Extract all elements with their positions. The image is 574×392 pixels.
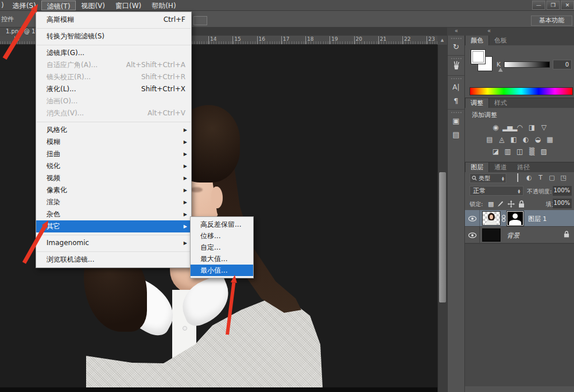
- invert-icon[interactable]: ◪: [491, 147, 501, 157]
- vertical-scrollbar[interactable]: [437, 45, 447, 392]
- lock-position-move-icon[interactable]: [507, 200, 515, 208]
- dock-divider: [448, 55, 464, 56]
- tab-adjustments[interactable]: 调整: [465, 98, 489, 108]
- workspace-switcher-button[interactable]: 基本功能: [531, 15, 572, 26]
- tab-styles[interactable]: 样式: [489, 98, 512, 108]
- channel-mixer-icon[interactable]: ◒: [533, 135, 542, 145]
- mask-link-icon[interactable]: [502, 215, 506, 222]
- selective-color-icon[interactable]: ▨: [539, 147, 549, 157]
- threshold-icon[interactable]: ◫: [515, 147, 525, 157]
- layer-thumbnail[interactable]: [483, 229, 500, 241]
- foreground-color-swatch[interactable]: [471, 49, 486, 64]
- filter-pixel-layers-icon[interactable]: [513, 173, 522, 183]
- levels-icon[interactable]: ▂▅▂: [503, 123, 513, 133]
- layer-name[interactable]: 图层 1: [528, 215, 547, 223]
- menubar-item-filter[interactable]: 滤镜(T): [41, 1, 76, 10]
- fill-value[interactable]: 100%: [553, 199, 572, 208]
- tab-channels[interactable]: 通道: [489, 162, 512, 172]
- other-submenu-item-offset[interactable]: 位移...: [191, 230, 253, 242]
- filter-menu-item-pixelate[interactable]: 像素化▶: [36, 184, 191, 196]
- k-channel-value[interactable]: 0: [553, 60, 572, 69]
- menubar-item-window[interactable]: 窗口(W): [110, 1, 146, 10]
- collapse-dock-icon[interactable]: «: [455, 28, 458, 34]
- filter-menu-item-noise[interactable]: 杂色▶: [36, 208, 191, 220]
- other-submenu-item-custom[interactable]: 自定...: [191, 242, 253, 253]
- menubar-item-select[interactable]: 选择(S): [7, 1, 41, 10]
- gradient-map-icon[interactable]: ▒: [527, 147, 537, 157]
- filter-menu-item-browse-filters-online[interactable]: 浏览联机滤镜...: [36, 254, 191, 266]
- tab-paths[interactable]: 路径: [512, 162, 535, 172]
- scrollbar-thumb[interactable]: [439, 172, 446, 302]
- blend-mode-dropdown[interactable]: 正常 ▲▼: [470, 186, 523, 196]
- slider-thumb-icon[interactable]: [498, 68, 503, 72]
- other-submenu-item-high-pass[interactable]: 高反差保留...: [191, 219, 253, 230]
- layer-comps-panel-icon[interactable]: ▣: [449, 115, 463, 127]
- filter-menu-item-stylize[interactable]: 风格化▶: [36, 124, 191, 136]
- options-bar-control-fragment[interactable]: [193, 16, 207, 25]
- color-balance-icon[interactable]: ◬: [497, 135, 506, 145]
- filter-menu-item-lens-correction[interactable]: 镜头校正(R)...Shift+Ctrl+R: [36, 71, 191, 83]
- filter-menu-item-filter-gallery[interactable]: 滤镜库(G)...: [36, 47, 191, 59]
- filter-adjustment-layers-icon[interactable]: ◐: [525, 173, 533, 183]
- filter-menu-item-oil-paint[interactable]: 油画(O)...: [36, 95, 191, 107]
- curves-icon[interactable]: ◠: [515, 123, 525, 133]
- layer-visibility-cell[interactable]: [465, 227, 480, 243]
- photo-filter-icon[interactable]: ◐: [521, 135, 530, 145]
- lock-pixels-brush-icon[interactable]: [497, 200, 504, 207]
- layer-visibility-cell[interactable]: [465, 210, 480, 226]
- color-lookup-icon[interactable]: ▦: [545, 135, 554, 145]
- black-white-icon[interactable]: ◧: [509, 135, 518, 145]
- other-submenu-item-maximum[interactable]: 最大值...: [191, 253, 253, 265]
- layer-filter-type-dropdown[interactable]: 类型 ▲▼: [470, 173, 506, 183]
- hue-saturation-icon[interactable]: ▤: [484, 135, 494, 145]
- collapse-panels-icon[interactable]: «: [487, 28, 491, 34]
- character-panel-icon[interactable]: A|: [449, 81, 463, 94]
- filter-menu-item-video[interactable]: 视频▶: [36, 172, 191, 184]
- posterize-icon[interactable]: ▥: [503, 147, 513, 157]
- lock-transparency-icon[interactable]: ▩: [488, 200, 494, 208]
- vibrance-icon[interactable]: ▽: [539, 123, 549, 133]
- menubar-item-help[interactable]: 帮助(H): [146, 1, 181, 10]
- layer-mask-thumbnail[interactable]: [507, 211, 523, 226]
- eye-icon[interactable]: [468, 232, 476, 238]
- filter-type-layers-icon[interactable]: T: [536, 173, 545, 183]
- filter-smart-objects-icon[interactable]: ◳: [559, 173, 568, 183]
- filter-menu-item-vanishing-point[interactable]: 消失点(V)...Alt+Ctrl+V: [36, 107, 191, 119]
- layer-name[interactable]: 背景: [507, 231, 519, 240]
- filter-menu-item-distort[interactable]: 扭曲▶: [36, 148, 191, 160]
- minimize-icon[interactable]: —: [532, 1, 545, 10]
- filter-menu-item-gaussian-blur-last[interactable]: 高斯模糊Ctrl+F: [36, 14, 191, 26]
- filter-menu-item-blur[interactable]: 模糊▶: [36, 136, 191, 148]
- filter-menu-item-adaptive-wide-angle[interactable]: 自适应广角(A)...Alt+Shift+Ctrl+A: [36, 59, 191, 71]
- layer-row-layer1[interactable]: 图层 1: [465, 210, 574, 227]
- exposure-icon[interactable]: ◨: [527, 123, 537, 133]
- brush-presets-panel-icon[interactable]: [449, 61, 463, 73]
- color-spectrum-ramp[interactable]: [470, 87, 573, 95]
- filter-shape-layers-icon[interactable]: ▢: [548, 173, 556, 183]
- history-panel-icon[interactable]: ↻: [449, 41, 463, 53]
- tab-swatches[interactable]: 色板: [489, 36, 512, 45]
- layer-thumbnail[interactable]: [483, 212, 500, 225]
- filter-menu-item-other[interactable]: 其它▶: [36, 220, 191, 232]
- tab-layers[interactable]: 图层: [465, 162, 489, 172]
- filter-menu-item-sharpen[interactable]: 锐化▶: [36, 160, 191, 172]
- filter-menu-item-render[interactable]: 渲染▶: [36, 196, 191, 208]
- layer-row-background[interactable]: 背景: [465, 227, 574, 243]
- notes-panel-icon[interactable]: ▤: [449, 129, 463, 141]
- tab-color[interactable]: 颜色: [465, 36, 489, 45]
- maximize-icon[interactable]: ❒: [546, 1, 560, 10]
- close-icon[interactable]: ✕: [561, 1, 574, 10]
- eye-icon[interactable]: [468, 216, 476, 222]
- ruler-number: 22: [402, 36, 410, 44]
- filter-menu-item-imagenomic[interactable]: Imagenomic▶: [36, 237, 191, 249]
- other-submenu-item-minimum[interactable]: 最小值...: [191, 265, 253, 276]
- k-channel-slider[interactable]: [504, 61, 550, 68]
- paragraph-panel-icon[interactable]: ¶: [449, 95, 463, 107]
- brightness-contrast-icon[interactable]: ◉: [491, 123, 501, 133]
- filter-menu-item-liquify[interactable]: 液化(L)...Shift+Ctrl+X: [36, 83, 191, 95]
- filter-menu-item-convert-smart-filters[interactable]: 转换为智能滤镜(S): [36, 30, 191, 42]
- lock-all-icon[interactable]: [518, 200, 525, 208]
- menubar-item-view[interactable]: 视图(V): [76, 1, 110, 10]
- scrollbar-up-arrow-icon[interactable]: ▲: [437, 36, 447, 45]
- opacity-value[interactable]: 100%: [553, 186, 572, 196]
